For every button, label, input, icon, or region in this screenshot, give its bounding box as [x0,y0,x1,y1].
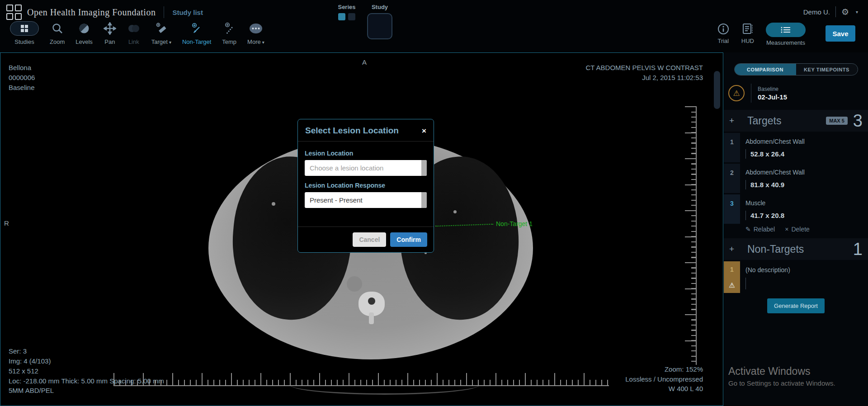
target-row[interactable]: 2 Abdomen/Chest Wall 81.8 x 40.9 [724,164,868,193]
tool-zoom[interactable]: Zoom [44,21,70,45]
divider [751,84,751,103]
series-thumb-active[interactable] [338,13,345,20]
caret-down-icon: ▾ [262,40,264,45]
app-title: Open Health Imaging Foundation [27,7,156,18]
target-measurement: 81.8 x 40.9 [745,180,863,189]
tool-studies[interactable]: Studies [5,21,44,45]
non-target-icon [190,22,203,35]
pencil-icon: ✎ [745,226,751,233]
series-number: Ser: 3 [9,346,164,356]
select-scrollbar[interactable] [420,160,427,176]
lesion-location-response-select[interactable]: Present - Present [305,192,427,208]
select-placeholder: Choose a lesion location [310,164,383,172]
select-value: Present - Present [310,196,363,204]
timepoint-label: Baseline [758,86,787,92]
tool-trial[interactable]: Trial [717,23,730,44]
tool-label: Temp [222,38,236,45]
non-target-label: (No description) [745,266,863,274]
tab-comparison[interactable]: COMPARISON [735,64,796,75]
confirm-button[interactable]: Confirm [390,232,427,247]
target-row-selected[interactable]: 3 Muscle 41.7 x 20.8 [724,194,868,224]
activate-windows-watermark: Activate Windows Go to Settings to activ… [728,365,835,387]
non-target-number: 1 [730,266,734,273]
delete-x-icon: × [785,226,788,233]
tool-label: Zoom [50,38,65,45]
list-icon [781,26,791,33]
series-label: Series [331,4,363,10]
compression: Lossless / Uncompressed [625,374,703,384]
non-target-row[interactable]: 1 ⚠ (No description) [724,261,868,293]
app-logo[interactable]: Open Health Imaging Foundation Study lis… [6,5,203,20]
non-target-number-cell: 1 ⚠ [724,261,740,293]
overlay-view-stats: Zoom: 152% Lossless / Uncompressed W 400… [625,364,703,394]
more-ellipsis-icon [248,23,264,34]
targets-max-badge: MAX 5 [826,117,848,125]
ohif-logo-icon [6,5,22,20]
header-divider [164,6,164,18]
top-bar: Open Health Imaging Foundation Study lis… [0,0,868,52]
caret-down-icon[interactable]: ▾ [856,9,858,14]
lesion-location-response-label: Lesion Location Response [305,182,427,189]
levels-icon [78,23,90,34]
study-list-link[interactable]: Study list [172,9,203,16]
tool-link[interactable]: Link [122,21,146,45]
hud-panel-icon [742,23,754,35]
targets-count: 3 [853,111,863,131]
user-name[interactable]: Demo U. [803,8,830,16]
targets-section-header[interactable]: + Targets MAX 5 3 [724,110,868,132]
close-icon[interactable]: × [422,127,426,135]
tool-pan[interactable]: Pan [98,21,122,45]
image-stack-scrollbar[interactable] [714,71,720,109]
non-targets-count: 1 [853,240,863,259]
pan-icon [104,22,116,35]
tool-hud[interactable]: HUD [741,23,754,44]
add-non-target-icon[interactable]: + [729,244,741,254]
study-label: Study [366,4,393,10]
slice-location: Loc: -218.00 mm Thick: 5.00 mm Spacing: … [9,376,164,386]
lesion-location-select[interactable]: Choose a lesion location [305,160,427,176]
panel-tabs: COMPARISON KEY TIMEPOINTS [734,63,858,76]
target-label: Abdomen/Chest Wall [745,138,863,145]
non-targets-title: Non-Targets [747,243,804,255]
timepoint-row: ⚠ Baseline 02-Jul-15 [728,84,868,103]
tool-temp[interactable]: Temp [217,21,242,45]
target-number: 3 [724,194,740,224]
grid-icon [20,24,28,33]
target-number: 2 [724,164,740,193]
tool-more[interactable]: More▾ [242,21,270,45]
delete-button[interactable]: × Delete [785,226,810,233]
gear-icon[interactable]: ⚙ [841,7,849,17]
tool-target[interactable]: Target▾ [146,21,177,45]
cancel-button[interactable]: Cancel [353,232,386,247]
series-widget[interactable]: Series [331,4,363,20]
add-target-icon[interactable]: + [729,116,741,126]
tool-measurements[interactable]: Measurements [766,23,806,46]
study-description: CT ABDOMEN PELVIS W CONTRAST [586,63,703,73]
target-label: Abdomen/Chest Wall [745,169,863,176]
target-row[interactable]: 1 Abdomen/Chest Wall 52.8 x 26.4 [724,133,868,162]
select-scrollbar[interactable] [420,192,427,208]
target-label: Muscle [745,199,863,207]
image-dimensions: 512 x 512 [9,366,164,376]
target-measurement: 41.7 x 20.8 [745,211,863,220]
generate-report-button[interactable]: Generate Report [767,298,825,313]
study-thumbnail[interactable] [367,13,392,39]
non-targets-section-header[interactable]: + Non-Targets 1 [724,238,868,260]
non-target-annotation-label[interactable]: Non-Target 1 [496,220,533,227]
target-ruler-icon [155,22,168,35]
warning-triangle-icon: ⚠ [729,281,735,289]
relabel-button[interactable]: ✎ Relabel [745,226,775,233]
tool-levels[interactable]: Levels [70,21,98,45]
tool-label: Measurements [766,39,805,46]
study-datetime: Jul 2, 2015 11:02:53 [586,73,703,83]
tab-key-timepoints[interactable]: KEY TIMEPOINTS [796,64,858,75]
target-measurement: 52.8 x 26.4 [745,149,863,159]
save-button[interactable]: Save [826,25,855,42]
timepoint-date: 02-Jul-15 [758,93,787,101]
tool-label: Link [128,38,139,45]
temp-icon [222,22,236,35]
tool-non-target[interactable]: Non-Target [177,21,217,45]
series-thumb[interactable] [348,13,355,20]
study-widget[interactable]: Study [366,4,393,39]
divider [835,6,836,17]
